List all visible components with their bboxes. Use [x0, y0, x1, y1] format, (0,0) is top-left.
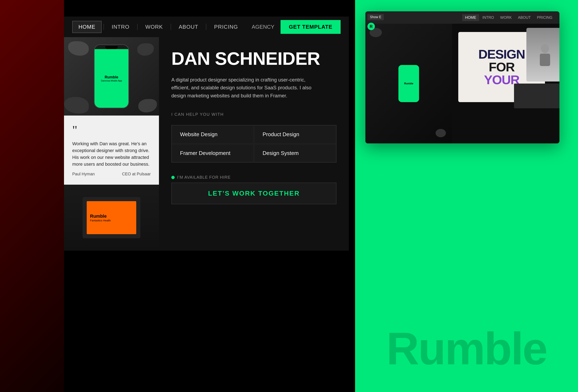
- browser-nav-home[interactable]: HOME: [462, 14, 479, 21]
- available-label: I’M AVAILABLE FOR HIRE: [171, 175, 337, 180]
- testimonial-author-role: CEO at Pulsaar: [122, 172, 151, 176]
- browser-nav-about[interactable]: ABOUT: [515, 14, 534, 21]
- nav-divider-4: [206, 24, 206, 30]
- monitor-brand-name: Rumble: [90, 214, 107, 219]
- agency-button[interactable]: AGENCY: [252, 24, 274, 30]
- nav-item-pricing[interactable]: PRICING: [208, 21, 243, 33]
- browser-mockup: HOME INTRO WORK ABOUT PRICING Rumble DES…: [365, 11, 559, 143]
- browser-nav-pricing[interactable]: PRICING: [534, 14, 555, 21]
- testimonial-text: Working with Dan was great. He’s an exce…: [72, 140, 151, 168]
- nav-item-about[interactable]: ABOUT: [173, 21, 204, 33]
- svg-point-0: [541, 44, 549, 53]
- browser-rock-2: [435, 129, 446, 137]
- navbar: HOME INTRO WORK ABOUT PRICING AGENCY GET…: [64, 16, 349, 37]
- nav-item-work[interactable]: WORK: [140, 21, 169, 33]
- content-area: Rumble Damrosa Mobile App " Working with…: [64, 37, 349, 251]
- get-template-button[interactable]: GET TEMPLATE: [281, 20, 341, 34]
- browser-content: Rumble DESIGN FOR YOUR: [365, 24, 559, 143]
- browser-nav: HOME INTRO WORK ABOUT PRICING: [385, 14, 555, 21]
- person-silhouette-icon: [537, 42, 553, 67]
- nav-divider-3: [171, 24, 171, 30]
- browser-bar: HOME INTRO WORK ABOUT PRICING: [365, 11, 559, 24]
- left-cards: Rumble Damrosa Mobile App " Working with…: [64, 37, 159, 251]
- nav-item-intro[interactable]: INTRO: [106, 21, 135, 33]
- nav-item-home[interactable]: HOME: [72, 21, 101, 33]
- cta-button[interactable]: LET’S WORK TOGETHER: [171, 183, 337, 204]
- monitor-subtitle: Fantastics Health: [90, 219, 111, 222]
- r-badge: R: [367, 23, 375, 30]
- service-framer-development[interactable]: Framer Development: [172, 144, 254, 162]
- nav-divider-2: [137, 24, 138, 30]
- design-text-for: FOR: [489, 61, 515, 73]
- right-panel: HOME INTRO WORK ABOUT PRICING Rumble DES…: [355, 0, 578, 392]
- browser-nav-work[interactable]: WORK: [497, 14, 515, 21]
- service-product-design[interactable]: Product Design: [254, 125, 336, 144]
- service-design-system[interactable]: Design System: [254, 144, 336, 162]
- svg-rect-1: [540, 54, 550, 66]
- browser-nav-intro[interactable]: INTRO: [480, 14, 497, 21]
- available-dot: [171, 176, 175, 179]
- design-tools: [514, 84, 559, 108]
- service-website-design[interactable]: Website Design: [172, 125, 254, 144]
- services-label: I CAN HELP YOU WITH: [171, 112, 337, 117]
- design-person: [526, 28, 559, 82]
- browser-right-content: DESIGN FOR YOUR: [452, 24, 559, 143]
- browser-left-image: Rumble: [365, 24, 452, 143]
- phone-screen: Rumble Damrosa Mobile App: [95, 49, 128, 108]
- browser-inner-phone: Rumble: [398, 65, 419, 102]
- phone-card: Rumble Damrosa Mobile App: [64, 37, 159, 116]
- show-e-badge: Show E: [367, 14, 384, 20]
- available-text: I’M AVAILABLE FOR HIRE: [177, 175, 231, 180]
- cta-section: I’M AVAILABLE FOR HIRE LET’S WORK TOGETH…: [171, 175, 337, 204]
- rumble-brand-area: Rumble: [365, 326, 568, 371]
- nav-right: AGENCY GET TEMPLATE: [252, 20, 341, 34]
- quote-mark: ": [72, 124, 151, 136]
- phone-mockup: Rumble Damrosa Mobile App: [94, 44, 129, 108]
- testimonial-footer: Paul Hyman CEO at Pulsaar: [72, 172, 151, 176]
- design-text-design: DESIGN: [478, 48, 525, 61]
- right-content: DAN SCHNEIDER A digital product designer…: [159, 37, 349, 251]
- rumble-brand-text: Rumble: [365, 326, 568, 371]
- phone-notch: [105, 46, 118, 49]
- testimonial-card: " Working with Dan was great. He’s an ex…: [64, 116, 159, 185]
- hero-name: DAN SCHNEIDER: [171, 49, 337, 68]
- silhouette-overlay: [0, 0, 64, 392]
- hero-description: A digital product designer specializing …: [171, 76, 312, 100]
- left-panel: HOME INTRO WORK ABOUT PRICING AGENCY GET…: [0, 0, 355, 392]
- phone-app-name: Rumble: [105, 75, 118, 80]
- monitor-card: Rumble Fantastics Health: [64, 185, 159, 251]
- monitor-screen: Rumble Fantastics Health: [87, 201, 136, 234]
- services-grid: Website Design Product Design Framer Dev…: [171, 125, 337, 163]
- testimonial-author-name: Paul Hyman: [72, 172, 95, 176]
- browser-phone-brand: Rumble: [404, 82, 413, 85]
- monitor-shape: Rumble Fantastics Health: [83, 197, 140, 238]
- nav-links: HOME INTRO WORK ABOUT PRICING: [72, 21, 252, 33]
- phone-app-subtitle: Damrosa Mobile App: [101, 80, 122, 82]
- monitor-img-area: Rumble Fantastics Health: [64, 185, 159, 251]
